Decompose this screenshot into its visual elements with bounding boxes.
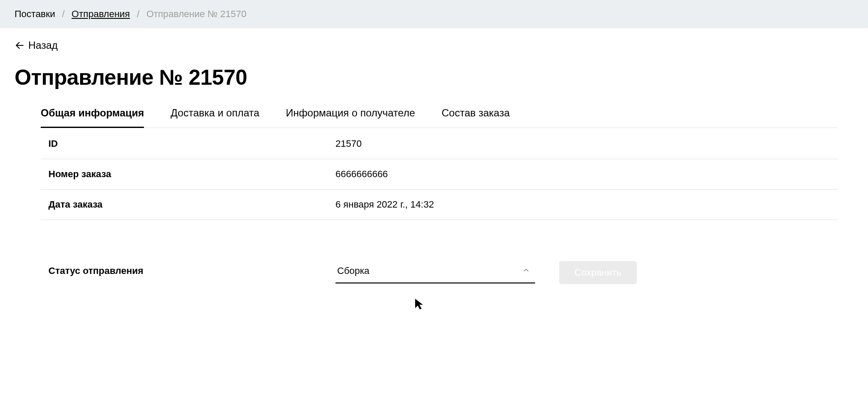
breadcrumb-separator: / — [137, 9, 139, 19]
status-row: Статус отправления Сборка Сборка Собран … — [41, 246, 838, 284]
breadcrumb-item-supplies[interactable]: Поставки — [15, 9, 55, 19]
breadcrumb: Поставки / Отправления / Отправление № 2… — [0, 0, 868, 28]
info-row-order-number: Номер заказа 6666666666 — [41, 159, 838, 190]
info-label-id: ID — [48, 138, 335, 149]
chevron-up-icon — [522, 265, 530, 276]
info-label-order-number: Номер заказа — [48, 169, 335, 180]
save-button[interactable]: Сохранить — [559, 261, 637, 284]
arrow-left-icon — [15, 40, 25, 51]
tab-delivery-payment[interactable]: Доставка и оплата — [171, 107, 259, 128]
status-option-assembly[interactable]: Сборка — [335, 283, 535, 284]
info-row-order-date: Дата заказа 6 января 2022 г., 14:32 — [41, 190, 838, 220]
status-dropdown: Сборка Собран — [335, 283, 535, 284]
tab-order-composition[interactable]: Состав заказа — [442, 107, 510, 128]
back-button[interactable]: Назад — [15, 39, 58, 51]
tab-recipient-info[interactable]: Информация о получателе — [286, 107, 415, 128]
breadcrumb-current: Отправление № 21570 — [147, 9, 247, 19]
breadcrumb-separator: / — [62, 9, 65, 19]
status-select[interactable]: Сборка — [335, 261, 535, 283]
info-value-order-date: 6 января 2022 г., 14:32 — [335, 199, 434, 210]
info-value-id: 21570 — [335, 138, 362, 149]
status-label: Статус отправления — [48, 261, 335, 276]
tabs: Общая информация Доставка и оплата Инфор… — [41, 107, 838, 128]
info-row-id: ID 21570 — [41, 129, 838, 159]
status-select-value: Сборка — [337, 265, 369, 276]
breadcrumb-item-shipments[interactable]: Отправления — [72, 9, 130, 19]
info-label-order-date: Дата заказа — [48, 199, 335, 210]
page-title: Отправление № 21570 — [15, 65, 868, 90]
tab-general-info[interactable]: Общая информация — [41, 107, 144, 128]
info-value-order-number: 6666666666 — [335, 169, 388, 180]
back-label: Назад — [28, 39, 58, 51]
